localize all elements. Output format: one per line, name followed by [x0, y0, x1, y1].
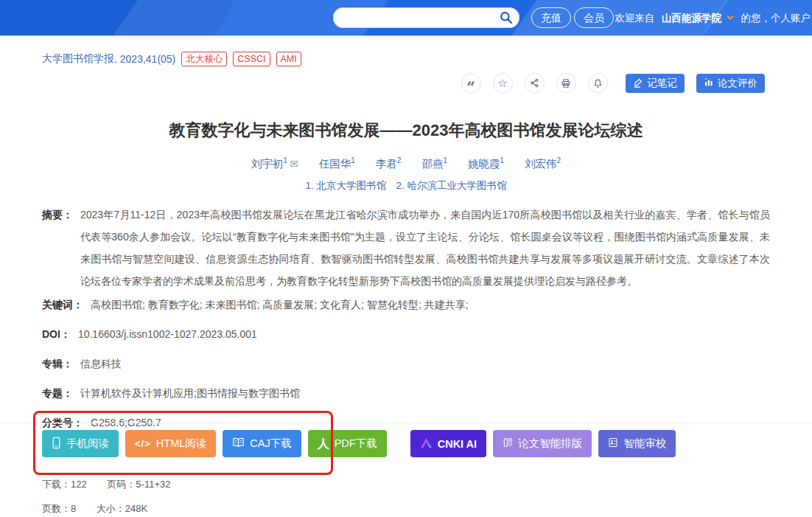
member-button[interactable]: 会员: [574, 7, 614, 28]
album-value: 信息科技: [80, 355, 122, 372]
badge-cssci: CSSCI: [233, 52, 270, 66]
share-icon[interactable]: [525, 73, 545, 93]
author-link[interactable]: 任国华1: [319, 158, 355, 170]
recharge-button[interactable]: 充值: [531, 7, 571, 28]
smart-proofread-button[interactable]: 智能审校: [598, 430, 676, 457]
search-icon[interactable]: [499, 10, 514, 25]
keywords-label: 关键词：: [42, 296, 83, 313]
institution-dropdown[interactable]: 山西能源学院: [662, 13, 721, 24]
abstract-row: 摘要： 2023年7月11-12日，2023年高校图书馆发展论坛在黑龙江省哈尔滨…: [42, 204, 770, 288]
proofread-document-icon: [608, 437, 618, 450]
cnki-ai-button[interactable]: CNKI AI: [410, 430, 486, 457]
topic-label: 专题：: [42, 385, 73, 401]
journal-name-link[interactable]: 大学图书馆学报: [42, 52, 114, 66]
author-link[interactable]: 刘宇初1✉: [251, 158, 298, 170]
search-box[interactable]: [333, 7, 519, 28]
author-link[interactable]: 李君2: [376, 158, 402, 170]
author-link[interactable]: 邵燕1: [421, 158, 447, 170]
stats-row-2: 页数：8 大小：248K: [42, 502, 165, 516]
abstract-text: 2023年7月11-12日，2023年高校图书馆发展论坛在黑龙江省哈尔滨市成功举…: [80, 204, 770, 292]
take-notes-button[interactable]: 记笔记: [626, 74, 685, 93]
smart-typeset-button[interactable]: 论文智能排版: [493, 430, 592, 457]
album-label: 专辑：: [42, 355, 73, 372]
welcome-bar: 欢迎来自 山西能源学院 的您，个人账户: [615, 11, 811, 25]
section-divider: [0, 423, 812, 423]
topic-row: 专题： 计算机软件及计算机应用;图书情报与数字图书馆: [42, 385, 770, 401]
star-favorite-icon[interactable]: ☆: [493, 73, 513, 93]
code-icon: </>: [135, 438, 151, 449]
doi-label: DOI：: [42, 326, 71, 342]
badge-core: 北大核心: [181, 52, 227, 66]
pencil-icon: [633, 77, 644, 90]
print-icon[interactable]: [556, 73, 576, 93]
welcome-prefix: 欢迎来自: [615, 13, 654, 24]
keywords-links[interactable]: 高校图书馆; 教育数字化; 未来图书馆; 高质量发展; 文化育人; 智慧化转型;…: [91, 296, 469, 313]
stats-row-1: 下载：122 页码：5-11+32: [42, 478, 188, 491]
album-row: 专辑： 信息科技: [42, 355, 770, 372]
download-count: 下载：122: [42, 479, 87, 490]
html-read-button[interactable]: </> HTML阅读: [125, 430, 216, 457]
bar-chart-icon: [704, 77, 714, 89]
keywords-row: 关键词： 高校图书馆; 教育数字化; 未来图书馆; 高质量发展; 文化育人; 智…: [42, 296, 770, 313]
page-count: 页数：8: [42, 503, 76, 514]
file-size: 大小：248K: [97, 503, 147, 514]
pdf-icon: 人: [318, 438, 329, 450]
article-meta: 摘要： 2023年7月11-12日，2023年高校图书馆发展论坛在黑龙江省哈尔滨…: [42, 204, 770, 444]
chevron-down-icon[interactable]: [727, 11, 734, 22]
top-header-bar: 充值 会员 欢迎来自 山西能源学院 的您，个人账户: [0, 0, 812, 35]
action-button-row: 手机阅读 </> HTML阅读 CAJ下载 人 PDF下载 CNKI AI: [42, 430, 682, 457]
article-toolbar: “ ☆ 记笔记 论文评价: [461, 73, 766, 93]
author-list: 刘宇初1✉ 任国华1 李君2 邵燕1 姚晓霞1 刘宏伟2: [0, 156, 812, 171]
mobile-read-button[interactable]: 手机阅读: [42, 430, 119, 457]
bell-notification-icon[interactable]: [588, 73, 608, 93]
abstract-label: 摘要：: [42, 204, 73, 288]
pdf-download-button[interactable]: 人 PDF下载: [308, 430, 387, 457]
page-range: 页码：5-11+32: [107, 479, 170, 490]
author-link[interactable]: 姚晓霞1: [468, 158, 504, 170]
paper-evaluation-button[interactable]: 论文评价: [696, 74, 765, 93]
topic-value: 计算机软件及计算机应用;图书情报与数字图书馆: [80, 385, 300, 401]
badge-ami: AMI: [276, 52, 301, 66]
author-affiliations[interactable]: 1. 北京大学图书馆 2. 哈尔滨工业大学图书馆: [0, 179, 812, 192]
author-link[interactable]: 刘宏伟2: [525, 158, 561, 170]
doi-row: DOI： 10.16603/j.issn1002-1027.2023.05.00…: [42, 326, 770, 342]
page-title: 教育数字化与未来图书馆发展——2023年高校图书馆发展论坛综述: [0, 119, 812, 142]
search-input[interactable]: [343, 10, 499, 26]
cnki-ai-triangle-icon: [420, 437, 433, 451]
phone-icon: [52, 437, 61, 451]
layout-icon: [503, 437, 513, 450]
email-icon[interactable]: ✉: [290, 158, 298, 170]
welcome-suffix[interactable]: 的您，个人账户: [741, 13, 811, 24]
caj-download-button[interactable]: CAJ下载: [223, 430, 301, 457]
doi-value: 10.16603/j.issn1002-1027.2023.05.001: [78, 326, 257, 342]
journal-row: 大学图书馆学报 . 2023,41(05) 北大核心 CSSCI AMI: [42, 52, 301, 66]
journal-issue: . 2023,41(05): [114, 53, 175, 65]
quote-icon[interactable]: “: [461, 73, 481, 93]
book-icon: [232, 437, 245, 450]
